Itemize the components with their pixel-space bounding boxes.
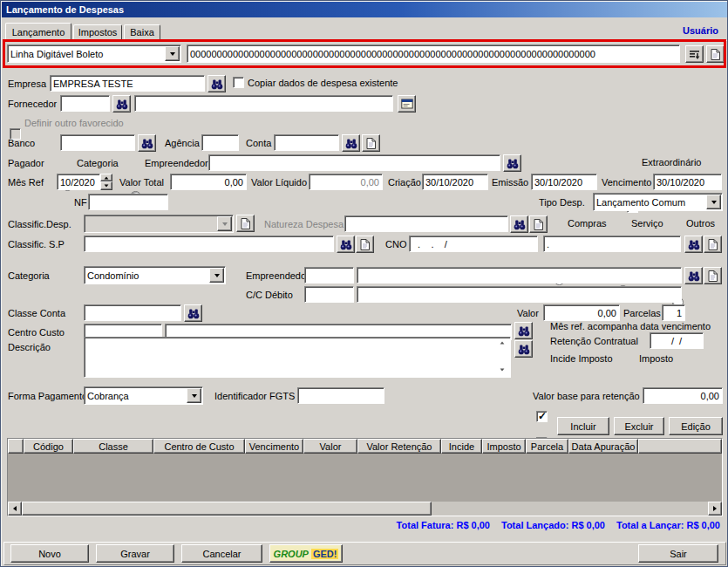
pagador-search-button[interactable] [503, 154, 521, 172]
classific-desp-new-button[interactable] [236, 215, 255, 232]
grid-header-data-apuracao[interactable]: Data Apuração [568, 439, 638, 454]
outro-favorecido-label: Definir outro favorecido [24, 115, 124, 132]
conta-input[interactable] [274, 134, 339, 151]
retencao-data-input[interactable] [650, 332, 704, 349]
grid-body[interactable] [8, 454, 722, 502]
pagador-categoria-label: Categoria [77, 155, 119, 172]
title-bar[interactable]: Lançamento de Despesas [2, 2, 727, 17]
chevron-down-icon [170, 52, 175, 56]
natureza-input[interactable] [344, 215, 508, 232]
boleto-apply-button[interactable] [685, 45, 704, 63]
grid-header-centro-custo[interactable]: Centro de Custo [153, 439, 245, 454]
cno-input[interactable] [409, 236, 538, 252]
spin-down-button[interactable] [100, 181, 112, 190]
centro-custo-search-button[interactable] [514, 322, 533, 339]
group-ged-button[interactable]: GROUP GED! [269, 544, 343, 563]
banco-input[interactable] [60, 134, 135, 151]
empresa-search-button[interactable] [208, 75, 226, 92]
new-document-icon [360, 239, 370, 250]
scroll-track[interactable] [432, 502, 708, 516]
categoria-dropdown[interactable]: Condomínio [84, 266, 226, 284]
grid-header-indicator [8, 439, 24, 454]
cc-debito-code-input[interactable] [304, 286, 354, 303]
excluir-button[interactable]: Excluir [614, 417, 664, 435]
dropdown-arrow-button[interactable] [209, 268, 224, 283]
natureza-search-button[interactable] [510, 215, 528, 233]
mes-ref-acompanha-checkbox[interactable] [536, 411, 548, 422]
tipo-desp-dropdown[interactable]: Lançamento Comum [593, 193, 723, 211]
cno-secondary-input[interactable] [543, 236, 681, 252]
grid-header-valor[interactable]: Valor [303, 439, 357, 454]
empreendedor-search-button[interactable] [684, 267, 703, 284]
binoculars-icon [340, 239, 352, 250]
boleto-number-input[interactable] [187, 44, 680, 63]
compras-label: Compras [568, 215, 607, 232]
mes-ref-input[interactable] [57, 174, 100, 190]
classe-conta-input[interactable] [84, 304, 181, 321]
grid-header-classe[interactable]: Classe [73, 439, 153, 454]
boleto-new-button[interactable] [706, 45, 725, 63]
scroll-left-button[interactable] [8, 502, 22, 516]
boleto-type-dropdown[interactable]: Linha Digitável Boleto [7, 44, 181, 63]
criacao-input[interactable] [422, 174, 488, 190]
valor-base-input[interactable] [643, 387, 723, 404]
banco-search-button[interactable] [138, 134, 156, 152]
copy-expense-checkbox[interactable] [233, 77, 244, 88]
classe-conta-search-button[interactable] [184, 304, 202, 322]
valor-base-label: Valor base para retenção [533, 388, 640, 405]
dropdown-arrow-button[interactable] [187, 388, 201, 403]
dropdown-arrow-button[interactable] [706, 195, 721, 209]
tab-baixa[interactable]: Baixa [124, 24, 160, 40]
conta-search-button[interactable] [342, 134, 360, 152]
cno-new-button[interactable] [704, 236, 722, 253]
grid-header-codigo[interactable]: Código [24, 439, 73, 454]
scroll-down-icon[interactable] [500, 368, 505, 371]
forma-pagamento-dropdown[interactable]: Cobrança [84, 386, 203, 405]
conta-new-button[interactable] [362, 134, 380, 152]
incluir-button[interactable]: Incluir [557, 417, 609, 435]
cancelar-button[interactable]: Cancelar [181, 544, 262, 563]
fornecedor-code-input[interactable] [60, 95, 110, 112]
grid-header-parcela[interactable]: Parcela [526, 439, 568, 454]
empreendedor-code-input[interactable] [304, 267, 354, 284]
nf-input[interactable] [88, 194, 168, 210]
spin-up-button[interactable] [100, 174, 112, 181]
empreendedor-name-input[interactable] [357, 267, 682, 284]
dropdown-arrow-button[interactable] [165, 46, 180, 61]
scroll-right-button[interactable] [708, 502, 722, 516]
edicao-button[interactable]: Edição [669, 417, 723, 435]
fgts-input[interactable] [297, 387, 384, 404]
grid-horizontal-scrollbar[interactable] [8, 502, 722, 516]
grid-header-valor-retencao[interactable]: Valor Retenção [357, 439, 441, 454]
classific-sp-new-button[interactable] [356, 236, 374, 253]
classific-sp-input[interactable] [84, 236, 334, 252]
natureza-new-button[interactable] [529, 215, 548, 233]
empresa-input[interactable] [50, 75, 205, 92]
boleto-type-value: Linha Digitável Boleto [8, 49, 164, 59]
grid-header-incide[interactable]: Incide [441, 439, 482, 454]
fornecedor-details-button[interactable] [398, 95, 416, 113]
classific-sp-search-button[interactable] [337, 236, 355, 253]
descricao-search-button[interactable] [514, 340, 533, 358]
scroll-thumb[interactable] [22, 502, 432, 516]
tab-label: Baixa [130, 27, 154, 38]
tab-impostos[interactable]: Impostos [73, 24, 122, 40]
tab-lancamento[interactable]: Lançamento [5, 23, 71, 41]
agencia-input[interactable] [201, 134, 239, 151]
sair-button[interactable]: Sair [638, 544, 718, 563]
fornecedor-name-input[interactable] [134, 95, 393, 112]
scroll-up-icon[interactable] [500, 341, 505, 344]
descricao-textarea[interactable] [84, 337, 511, 378]
fornecedor-search-button[interactable] [112, 95, 131, 113]
valor-total-input[interactable] [170, 174, 247, 190]
pagador-input[interactable] [208, 154, 500, 171]
grid-header-vencimento[interactable]: Vencimento [245, 439, 303, 454]
gravar-button[interactable]: Gravar [96, 544, 174, 563]
emissao-input[interactable] [531, 174, 597, 190]
novo-button[interactable]: Novo [10, 544, 89, 563]
cc-debito-name-input[interactable] [357, 286, 682, 303]
cno-search-button[interactable] [684, 236, 703, 253]
vencimento-input[interactable] [653, 174, 722, 190]
empreendedor-new-button[interactable] [704, 267, 722, 284]
grid-header-imposto[interactable]: Imposto [482, 439, 526, 454]
